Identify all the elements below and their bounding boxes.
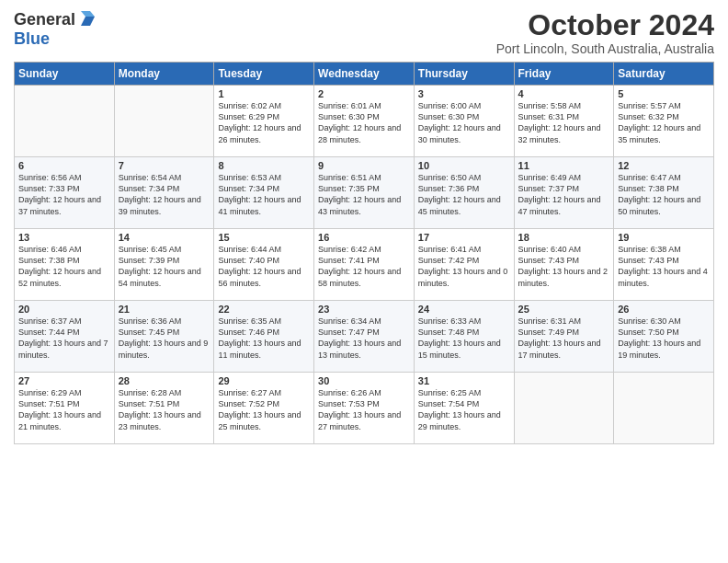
day-info: Sunrise: 6:45 AM Sunset: 7:39 PM Dayligh… [119,244,210,289]
day-info: Sunrise: 6:35 AM Sunset: 7:46 PM Dayligh… [218,316,310,361]
day-info: Sunrise: 6:40 AM Sunset: 7:43 PM Dayligh… [518,244,610,289]
calendar-cell: 28Sunrise: 6:28 AM Sunset: 7:51 PM Dayli… [114,373,214,444]
calendar-cell: 22Sunrise: 6:35 AM Sunset: 7:46 PM Dayli… [214,301,314,373]
logo: General Blue [14,9,97,49]
calendar-cell: 17Sunrise: 6:41 AM Sunset: 7:42 PM Dayli… [414,229,514,301]
day-number: 30 [318,375,410,386]
calendar-cell: 5Sunrise: 5:57 AM Sunset: 6:32 PM Daylig… [614,86,714,157]
calendar-cell: 27Sunrise: 6:29 AM Sunset: 7:51 PM Dayli… [15,373,115,444]
day-number: 27 [18,375,110,386]
day-number: 19 [618,232,710,243]
day-info: Sunrise: 6:54 AM Sunset: 7:34 PM Dayligh… [119,172,210,217]
day-info: Sunrise: 6:30 AM Sunset: 7:50 PM Dayligh… [618,316,710,361]
calendar-cell: 30Sunrise: 6:26 AM Sunset: 7:53 PM Dayli… [314,373,415,444]
day-number: 25 [518,304,610,315]
day-info: Sunrise: 5:57 AM Sunset: 6:32 PM Dayligh… [618,100,710,145]
svg-marker-1 [81,11,95,17]
day-info: Sunrise: 6:25 AM Sunset: 7:54 PM Dayligh… [418,387,510,432]
calendar-cell [614,373,714,444]
day-info: Sunrise: 6:50 AM Sunset: 7:36 PM Dayligh… [418,172,510,217]
day-info: Sunrise: 6:33 AM Sunset: 7:48 PM Dayligh… [418,316,510,361]
col-saturday: Saturday [614,63,714,86]
location-title: Port Lincoln, South Australia, Australia [496,41,714,56]
day-info: Sunrise: 6:28 AM Sunset: 7:51 PM Dayligh… [119,387,210,432]
month-title: October 2024 [496,9,714,41]
day-number: 3 [418,88,510,99]
day-info: Sunrise: 6:01 AM Sunset: 6:30 PM Dayligh… [318,100,410,145]
day-number: 18 [518,232,610,243]
day-number: 28 [119,375,210,386]
calendar-cell: 13Sunrise: 6:46 AM Sunset: 7:38 PM Dayli… [15,229,115,301]
col-tuesday: Tuesday [214,63,314,86]
calendar-cell: 25Sunrise: 6:31 AM Sunset: 7:49 PM Dayli… [514,301,614,373]
calendar-cell: 20Sunrise: 6:37 AM Sunset: 7:44 PM Dayli… [15,301,115,373]
day-number: 26 [618,304,710,315]
week-row-3: 13Sunrise: 6:46 AM Sunset: 7:38 PM Dayli… [15,229,714,301]
day-number: 10 [418,160,510,171]
calendar-cell: 15Sunrise: 6:44 AM Sunset: 7:40 PM Dayli… [214,229,314,301]
logo-general: General [14,10,75,29]
logo-blue: Blue [14,29,50,48]
day-number: 7 [119,160,210,171]
day-number: 23 [318,304,410,315]
calendar-cell: 11Sunrise: 6:49 AM Sunset: 7:37 PM Dayli… [514,157,614,229]
calendar-cell: 19Sunrise: 6:38 AM Sunset: 7:43 PM Dayli… [614,229,714,301]
day-info: Sunrise: 6:42 AM Sunset: 7:41 PM Dayligh… [318,244,410,289]
day-info: Sunrise: 6:46 AM Sunset: 7:38 PM Dayligh… [18,244,110,289]
calendar-cell: 2Sunrise: 6:01 AM Sunset: 6:30 PM Daylig… [314,86,415,157]
page: General Blue October 2024 Port Lincoln, … [0,0,728,563]
day-info: Sunrise: 6:38 AM Sunset: 7:43 PM Dayligh… [618,244,710,289]
day-info: Sunrise: 6:53 AM Sunset: 7:34 PM Dayligh… [218,172,310,217]
day-info: Sunrise: 6:29 AM Sunset: 7:51 PM Dayligh… [18,387,110,432]
day-info: Sunrise: 6:27 AM Sunset: 7:52 PM Dayligh… [218,387,310,432]
day-number: 12 [618,160,710,171]
week-row-4: 20Sunrise: 6:37 AM Sunset: 7:44 PM Dayli… [15,301,714,373]
calendar-cell: 24Sunrise: 6:33 AM Sunset: 7:48 PM Dayli… [414,301,514,373]
day-info: Sunrise: 6:56 AM Sunset: 7:33 PM Dayligh… [18,172,110,217]
day-number: 29 [218,375,310,386]
day-number: 13 [18,232,110,243]
calendar-cell: 9Sunrise: 6:51 AM Sunset: 7:35 PM Daylig… [314,157,415,229]
day-number: 24 [418,304,510,315]
title-area: October 2024 Port Lincoln, South Austral… [496,9,714,56]
calendar-header-row: Sunday Monday Tuesday Wednesday Thursday… [15,63,714,86]
day-number: 17 [418,232,510,243]
day-number: 8 [218,160,310,171]
col-sunday: Sunday [15,63,115,86]
day-number: 20 [18,304,110,315]
day-number: 21 [119,304,210,315]
calendar-cell: 23Sunrise: 6:34 AM Sunset: 7:47 PM Dayli… [314,301,415,373]
day-number: 2 [318,88,410,99]
day-number: 16 [318,232,410,243]
day-info: Sunrise: 6:41 AM Sunset: 7:42 PM Dayligh… [418,244,510,289]
day-number: 31 [418,375,510,386]
calendar-cell: 8Sunrise: 6:53 AM Sunset: 7:34 PM Daylig… [214,157,314,229]
calendar-cell: 6Sunrise: 6:56 AM Sunset: 7:33 PM Daylig… [15,157,115,229]
calendar-cell: 26Sunrise: 6:30 AM Sunset: 7:50 PM Dayli… [614,301,714,373]
col-wednesday: Wednesday [314,63,415,86]
calendar-cell [514,373,614,444]
col-monday: Monday [114,63,214,86]
week-row-1: 1Sunrise: 6:02 AM Sunset: 6:29 PM Daylig… [15,86,714,157]
day-number: 5 [618,88,710,99]
calendar: Sunday Monday Tuesday Wednesday Thursday… [14,62,714,444]
calendar-cell: 29Sunrise: 6:27 AM Sunset: 7:52 PM Dayli… [214,373,314,444]
day-info: Sunrise: 6:26 AM Sunset: 7:53 PM Dayligh… [318,387,410,432]
col-thursday: Thursday [414,63,514,86]
svg-marker-0 [81,17,95,26]
day-info: Sunrise: 6:37 AM Sunset: 7:44 PM Dayligh… [18,316,110,361]
day-info: Sunrise: 6:36 AM Sunset: 7:45 PM Dayligh… [119,316,210,361]
calendar-cell: 18Sunrise: 6:40 AM Sunset: 7:43 PM Dayli… [514,229,614,301]
header: General Blue October 2024 Port Lincoln, … [14,9,714,56]
day-number: 1 [218,88,310,99]
day-info: Sunrise: 6:02 AM Sunset: 6:29 PM Dayligh… [218,100,310,145]
day-info: Sunrise: 6:31 AM Sunset: 7:49 PM Dayligh… [518,316,610,361]
day-info: Sunrise: 6:44 AM Sunset: 7:40 PM Dayligh… [218,244,310,289]
col-friday: Friday [514,63,614,86]
calendar-cell [15,86,115,157]
day-info: Sunrise: 6:51 AM Sunset: 7:35 PM Dayligh… [318,172,410,217]
week-row-2: 6Sunrise: 6:56 AM Sunset: 7:33 PM Daylig… [15,157,714,229]
calendar-cell: 10Sunrise: 6:50 AM Sunset: 7:36 PM Dayli… [414,157,514,229]
calendar-cell: 21Sunrise: 6:36 AM Sunset: 7:45 PM Dayli… [114,301,214,373]
day-info: Sunrise: 6:34 AM Sunset: 7:47 PM Dayligh… [318,316,410,361]
